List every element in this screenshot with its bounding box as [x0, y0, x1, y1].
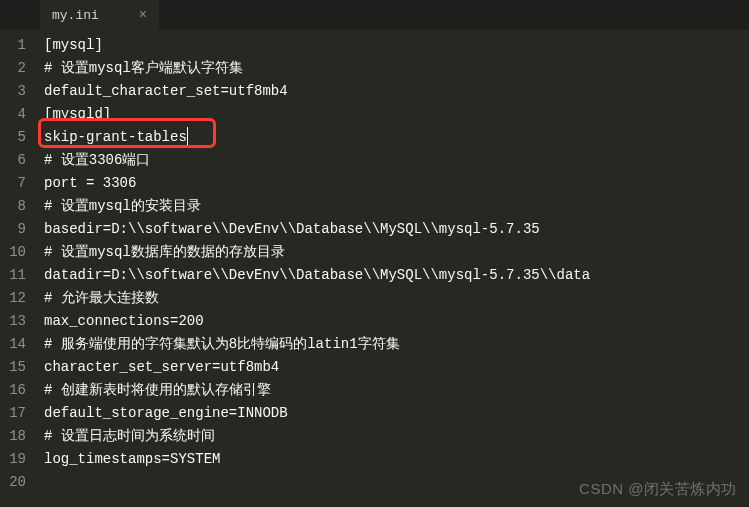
line-number: 6 — [4, 149, 26, 172]
code-line[interactable]: # 创建新表时将使用的默认存储引擎 — [44, 379, 741, 402]
code-line[interactable]: [mysql] — [44, 34, 741, 57]
editor-area[interactable]: 1234567891011121314151617181920 [mysql]#… — [0, 30, 749, 507]
code-line[interactable]: # 设置mysql数据库的数据的存放目录 — [44, 241, 741, 264]
code-line[interactable]: # 设置mysql的安装目录 — [44, 195, 741, 218]
code-content[interactable]: [mysql]# 设置mysql客户端默认字符集default_characte… — [36, 30, 749, 507]
line-number: 9 — [4, 218, 26, 241]
line-number: 7 — [4, 172, 26, 195]
line-number: 17 — [4, 402, 26, 425]
code-line[interactable]: [mysqld] — [44, 103, 741, 126]
line-number: 4 — [4, 103, 26, 126]
code-line[interactable]: # 服务端使用的字符集默认为8比特编码的latin1字符集 — [44, 333, 741, 356]
line-number: 8 — [4, 195, 26, 218]
line-number: 3 — [4, 80, 26, 103]
code-line[interactable]: log_timestamps=SYSTEM — [44, 448, 741, 471]
line-number: 1 — [4, 34, 26, 57]
file-tab[interactable]: my.ini × — [40, 0, 159, 30]
code-line[interactable]: basedir=D:\\software\\DevEnv\\Database\\… — [44, 218, 741, 241]
line-number: 13 — [4, 310, 26, 333]
tab-bar: my.ini × — [0, 0, 749, 30]
code-line[interactable]: default_character_set=utf8mb4 — [44, 80, 741, 103]
code-line[interactable]: # 设置mysql客户端默认字符集 — [44, 57, 741, 80]
tab-filename: my.ini — [52, 8, 99, 23]
line-number: 14 — [4, 333, 26, 356]
line-number: 5 — [4, 126, 26, 149]
code-line[interactable]: datadir=D:\\software\\DevEnv\\Database\\… — [44, 264, 741, 287]
line-number: 10 — [4, 241, 26, 264]
line-number: 2 — [4, 57, 26, 80]
text-cursor — [187, 127, 188, 145]
code-line[interactable]: # 设置日志时间为系统时间 — [44, 425, 741, 448]
code-line[interactable]: # 设置3306端口 — [44, 149, 741, 172]
code-line[interactable]: port = 3306 — [44, 172, 741, 195]
line-number: 16 — [4, 379, 26, 402]
code-line[interactable]: max_connections=200 — [44, 310, 741, 333]
line-number: 11 — [4, 264, 26, 287]
code-line[interactable]: character_set_server=utf8mb4 — [44, 356, 741, 379]
line-number-gutter: 1234567891011121314151617181920 — [0, 30, 36, 507]
line-number: 12 — [4, 287, 26, 310]
line-number: 20 — [4, 471, 26, 494]
code-line[interactable]: skip-grant-tables — [44, 126, 741, 149]
line-number: 15 — [4, 356, 26, 379]
line-number: 19 — [4, 448, 26, 471]
line-number: 18 — [4, 425, 26, 448]
code-line[interactable]: default_storage_engine=INNODB — [44, 402, 741, 425]
close-icon[interactable]: × — [139, 7, 147, 23]
code-line[interactable]: # 允许最大连接数 — [44, 287, 741, 310]
